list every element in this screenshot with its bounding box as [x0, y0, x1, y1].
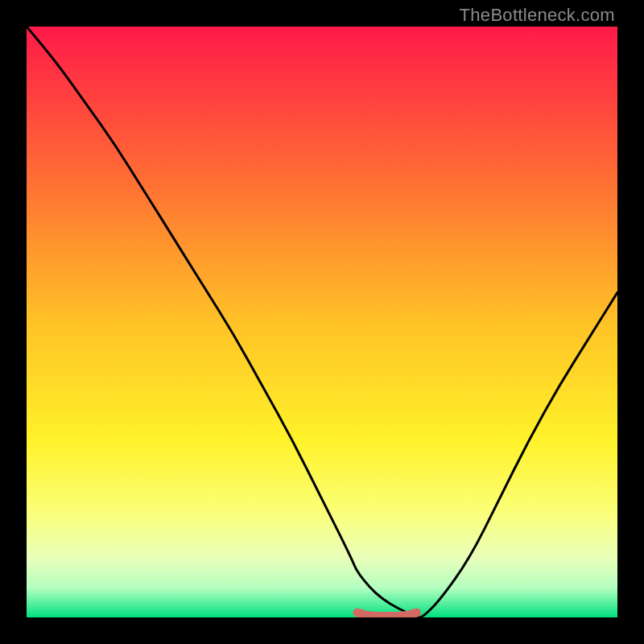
optimal-band: [357, 613, 416, 616]
plot-area: [27, 27, 617, 617]
chart-frame: TheBottleneck.com: [0, 0, 644, 644]
bottleneck-curve: [27, 27, 617, 617]
watermark-text: TheBottleneck.com: [460, 5, 615, 26]
chart-curves: [27, 27, 617, 617]
